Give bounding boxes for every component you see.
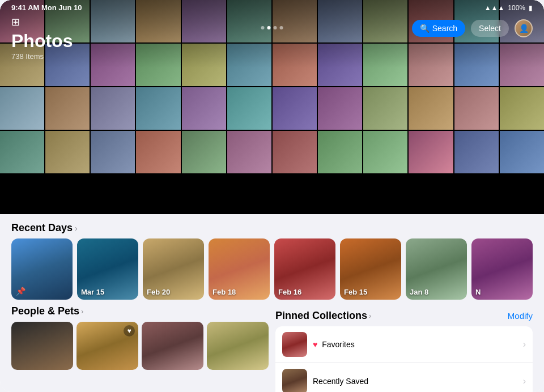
search-icon: 🔍 bbox=[420, 24, 430, 33]
photo-cell-33[interactable] bbox=[409, 87, 453, 130]
status-icons: ▲▲▲ 100% ▮ bbox=[484, 4, 533, 12]
person-card-3[interactable] bbox=[207, 322, 269, 370]
battery-icon: ▮ bbox=[529, 4, 533, 12]
people-title-row: People & Pets › bbox=[11, 305, 83, 317]
photo-cell-44[interactable] bbox=[363, 131, 407, 173]
people-and-pets-column: People & Pets › ♥ bbox=[11, 305, 269, 392]
photo-cell-30[interactable] bbox=[273, 87, 317, 130]
pinned-title: Pinned Collections bbox=[275, 310, 367, 322]
photo-cell-40[interactable] bbox=[182, 131, 226, 173]
photos-title-block: ⊞ Photos 738 Items bbox=[11, 16, 73, 61]
heart-icon-0: ♥ bbox=[313, 340, 317, 349]
people-and-pets-header: People & Pets › bbox=[11, 305, 269, 317]
battery-text: 100% bbox=[508, 4, 525, 12]
day-label-2: Feb 20 bbox=[147, 288, 170, 296]
photo-cell-38[interactable] bbox=[91, 131, 135, 173]
main-container: 9:41 AM Mon Jun 10 ▲▲▲ 100% ▮ ⊞ Photos 7… bbox=[0, 0, 544, 392]
pinned-info-0: ♥ Favorites bbox=[313, 339, 517, 350]
photo-cell-29[interactable] bbox=[227, 87, 271, 130]
photo-cell-47[interactable] bbox=[500, 131, 544, 173]
recent-days-scroll: 📌 Mar 15 Feb 20 Feb 18 Feb 16 Feb 15 Jan… bbox=[0, 238, 544, 305]
select-button[interactable]: Select bbox=[471, 20, 509, 37]
day-label-6: Jan 8 bbox=[410, 288, 428, 296]
day-card-4[interactable]: Feb 16 bbox=[274, 238, 335, 300]
recent-days-header: Recent Days › bbox=[0, 214, 544, 238]
person-card-2[interactable] bbox=[142, 322, 203, 370]
photo-cell-25[interactable] bbox=[45, 87, 90, 130]
photo-cell-37[interactable] bbox=[45, 131, 90, 173]
photo-grid-section: 9:41 AM Mon Jun 10 ▲▲▲ 100% ▮ ⊞ Photos 7… bbox=[0, 0, 544, 214]
pinned-chevron[interactable]: › bbox=[369, 312, 371, 320]
day-card-0[interactable]: 📌 bbox=[11, 238, 73, 300]
photo-cell-28[interactable] bbox=[182, 87, 226, 130]
pinned-section-header: Pinned Collections › Modify bbox=[275, 310, 533, 322]
search-button[interactable]: 🔍 Search bbox=[412, 20, 465, 37]
sidebar-icon[interactable]: ⊞ bbox=[11, 16, 73, 28]
pinned-title-row: Pinned Collections › bbox=[275, 310, 371, 322]
photo-cell-34[interactable] bbox=[454, 87, 499, 130]
photo-cell-32[interactable] bbox=[363, 87, 407, 130]
pinned-chevron-0: › bbox=[523, 339, 526, 350]
day-card-3[interactable]: Feb 18 bbox=[209, 238, 270, 300]
status-bar: 9:41 AM Mon Jun 10 ▲▲▲ 100% ▮ bbox=[0, 0, 544, 14]
photo-cell-46[interactable] bbox=[454, 131, 499, 173]
photo-cell-24[interactable] bbox=[0, 87, 44, 130]
people-grid: ♥ bbox=[11, 322, 269, 370]
avatar-button[interactable]: 👤 bbox=[515, 19, 533, 37]
pinned-name-1: Recently Saved bbox=[313, 377, 368, 386]
pinned-name-0: ♥ Favorites bbox=[313, 340, 355, 349]
photo-cell-45[interactable] bbox=[409, 131, 453, 173]
pinned-section: Pinned Collections › Modify ♥ Favorites bbox=[275, 305, 533, 392]
wifi-icon: ▲▲▲ bbox=[484, 4, 505, 12]
day-label-1: Mar 15 bbox=[81, 288, 104, 296]
day-card-5[interactable]: Feb 15 bbox=[340, 238, 401, 300]
day-label-5: Feb 15 bbox=[344, 288, 367, 296]
status-time: 9:41 AM Mon Jun 10 bbox=[11, 3, 82, 12]
photo-cell-27[interactable] bbox=[136, 87, 180, 130]
pin-icon-0: 📌 bbox=[16, 287, 26, 296]
pinned-list: ♥ Favorites › Recently Saved › bbox=[275, 326, 533, 392]
pinned-collections-column: Pinned Collections › Modify ♥ Favorites bbox=[275, 305, 533, 392]
people-title: People & Pets bbox=[11, 305, 79, 317]
day-card-1[interactable]: Mar 15 bbox=[77, 238, 138, 300]
photos-title: Photos bbox=[11, 32, 73, 50]
recent-days-chevron[interactable]: › bbox=[75, 224, 78, 233]
person-bg-0 bbox=[11, 322, 73, 370]
header-actions: 🔍 Search Select 👤 bbox=[412, 19, 533, 37]
people-chevron[interactable]: › bbox=[81, 307, 83, 316]
day-card-6[interactable]: Jan 8 bbox=[406, 238, 467, 300]
photo-cell-26[interactable] bbox=[91, 87, 135, 130]
person-bg-3 bbox=[207, 322, 269, 370]
avatar-icon: 👤 bbox=[519, 24, 529, 33]
day-label-3: Feb 18 bbox=[212, 288, 236, 296]
pinned-chevron-1: › bbox=[523, 376, 526, 386]
person-bg-2 bbox=[142, 322, 203, 370]
photo-cell-36[interactable] bbox=[0, 131, 44, 173]
recent-days-title: Recent Days bbox=[11, 222, 73, 234]
photo-cell-31[interactable] bbox=[318, 87, 362, 130]
photo-cell-35[interactable] bbox=[500, 87, 544, 130]
photo-cell-42[interactable] bbox=[273, 131, 317, 173]
photo-cell-39[interactable] bbox=[136, 131, 180, 173]
day-card-7[interactable]: N bbox=[471, 238, 533, 300]
modify-button[interactable]: Modify bbox=[508, 311, 533, 321]
pinned-thumb-0 bbox=[282, 332, 307, 357]
person-card-1[interactable]: ♥ bbox=[76, 322, 138, 370]
photo-cell-43[interactable] bbox=[318, 131, 362, 173]
day-label-7: N bbox=[475, 288, 481, 296]
day-card-2[interactable]: Feb 20 bbox=[143, 238, 204, 300]
pinned-item-0[interactable]: ♥ Favorites › bbox=[275, 326, 533, 363]
person-card-0[interactable] bbox=[11, 322, 73, 370]
day-label-4: Feb 16 bbox=[278, 288, 301, 296]
bottom-section: Recent Days › 📌 Mar 15 Feb 20 Feb 18 Feb bbox=[0, 214, 544, 392]
two-col-section: People & Pets › ♥ bbox=[0, 305, 544, 392]
heart-badge-1: ♥ bbox=[124, 325, 135, 336]
pinned-item-1[interactable]: Recently Saved › bbox=[275, 363, 533, 392]
pinned-info-1: Recently Saved bbox=[313, 376, 517, 386]
photos-count: 738 Items bbox=[11, 52, 73, 61]
recent-days-section: Recent Days › 📌 Mar 15 Feb 20 Feb 18 Feb bbox=[0, 214, 544, 305]
photo-cell-41[interactable] bbox=[227, 131, 271, 173]
pinned-thumb-1 bbox=[282, 369, 307, 392]
